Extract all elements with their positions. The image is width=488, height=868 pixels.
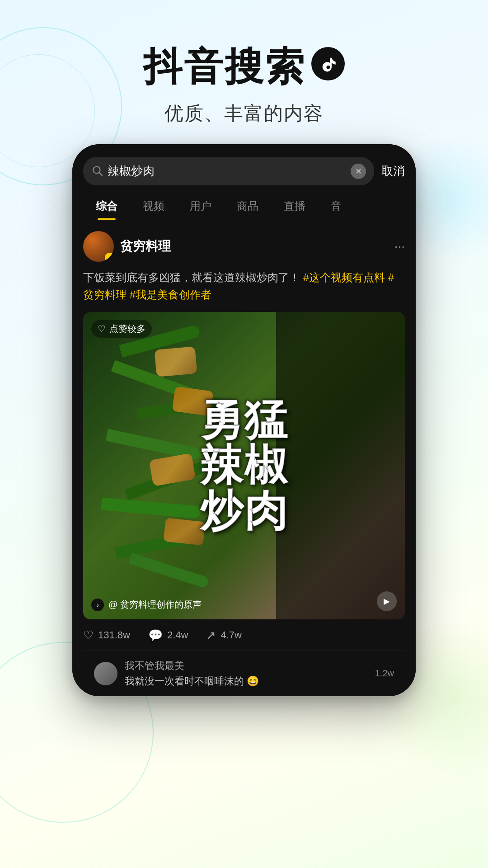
likes-count: 131.8w <box>98 629 130 641</box>
header-section: 抖音搜索 优质、丰富的内容 <box>0 0 488 144</box>
more-options-button[interactable]: ··· <box>394 239 405 254</box>
shares-count: 4.7w <box>221 629 241 641</box>
likes-engagement[interactable]: ♡ 131.8w <box>83 628 130 642</box>
search-input-wrap[interactable]: 辣椒炒肉 ✕ <box>83 157 374 185</box>
username[interactable]: 贫穷料理 <box>120 238 171 255</box>
comment-text: 我就没一次看时不咽唾沫的 😄 <box>125 675 368 688</box>
subtitle: 优质、丰富的内容 <box>0 101 488 126</box>
user-left: ✓ 贫穷料理 <box>83 231 171 262</box>
tiktok-mini-icon: ♪ <box>91 599 104 611</box>
tab-商品[interactable]: 商品 <box>224 193 271 220</box>
tiktok-icon <box>311 47 345 80</box>
engagement-row: ♡ 131.8w 💬 2.4w ↗ 4.7w <box>83 619 405 651</box>
heart-icon: ♡ <box>83 628 94 642</box>
tabs-row: 综合 视频 用户 商品 直播 音 <box>72 193 416 220</box>
verified-badge: ✓ <box>105 253 114 262</box>
tab-综合[interactable]: 综合 <box>83 193 130 220</box>
tab-直播[interactable]: 直播 <box>271 193 318 220</box>
app-title-text: 抖音搜索 <box>143 41 306 94</box>
avatar: ✓ <box>83 231 114 262</box>
video-bg: 勇猛辣椒炒肉 ♡ 点赞较多 ♪ @ 贫穷料理创作的原声 ▶ <box>83 312 405 619</box>
share-icon: ↗ <box>206 628 216 642</box>
likes-badge-text: 点赞较多 <box>109 323 145 335</box>
shares-engagement[interactable]: ↗ 4.7w <box>206 628 241 642</box>
video-title-text: 勇猛辣椒炒肉 <box>83 312 405 619</box>
clear-button[interactable]: ✕ <box>351 164 366 179</box>
user-info-row: ✓ 贫穷料理 ··· <box>83 231 405 262</box>
search-icon <box>91 165 103 178</box>
commenter-name: 我不管我最美 <box>125 659 368 673</box>
result-card: ✓ 贫穷料理 ··· 下饭菜到底有多凶猛，就看这道辣椒炒肉了！ #这个视频有点料… <box>72 220 416 696</box>
comments-engagement[interactable]: 💬 2.4w <box>148 628 188 642</box>
comments-count: 2.4w <box>167 629 188 641</box>
comment-preview: 我不管我最美 我就没一次看时不咽唾沫的 😄 1.2w <box>83 651 405 696</box>
video-thumbnail[interactable]: 勇猛辣椒炒肉 ♡ 点赞较多 ♪ @ 贫穷料理创作的原声 ▶ <box>83 312 405 619</box>
search-input-text: 辣椒炒肉 <box>108 163 346 179</box>
commenter-avatar <box>94 662 117 685</box>
heart-icon: ♡ <box>98 323 106 334</box>
likes-badge: ♡ 点赞较多 <box>91 320 152 338</box>
tab-用户[interactable]: 用户 <box>177 193 224 220</box>
tab-视频[interactable]: 视频 <box>130 193 177 220</box>
tab-音[interactable]: 音 <box>318 193 354 220</box>
phone-mockup: 辣椒炒肉 ✕ 取消 综合 视频 用户 商品 直播 音 <box>72 144 416 696</box>
search-bar-row: 辣椒炒肉 ✕ 取消 <box>72 144 416 193</box>
tiktok-svg <box>318 54 338 74</box>
svg-line-1 <box>99 172 102 175</box>
comment-count: 1.2w <box>375 668 394 679</box>
comment-icon: 💬 <box>148 628 163 642</box>
comment-content: 我不管我最美 我就没一次看时不咽唾沫的 😄 <box>125 659 368 688</box>
audio-bar: ♪ @ 贫穷料理创作的原声 <box>91 599 378 611</box>
main-title: 抖音搜索 <box>0 41 488 94</box>
play-button[interactable]: ▶ <box>377 591 397 611</box>
post-text: 下饭菜到底有多凶猛，就看这道辣椒炒肉了！ #这个视频有点料 #贫穷料理 #我是美… <box>83 269 405 304</box>
audio-label-text: @ 贫穷料理创作的原声 <box>108 599 202 611</box>
cancel-button[interactable]: 取消 <box>381 163 405 179</box>
phone-inner: 辣椒炒肉 ✕ 取消 综合 视频 用户 商品 直播 音 <box>72 144 416 696</box>
post-text-plain: 下饭菜到底有多凶猛，就看这道辣椒炒肉了！ <box>83 271 300 283</box>
